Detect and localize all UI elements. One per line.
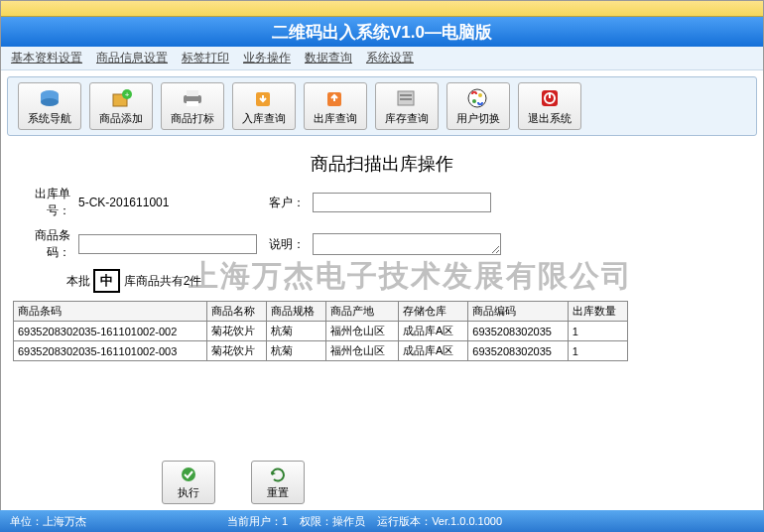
status-perm: 操作员 xyxy=(332,515,365,527)
svg-rect-12 xyxy=(400,94,412,96)
menu-query[interactable]: 数据查询 xyxy=(305,50,352,66)
add-button[interactable]: +商品添加 xyxy=(89,82,153,130)
svg-point-20 xyxy=(182,467,195,481)
menu-product[interactable]: 商品信息设置 xyxy=(96,50,168,66)
order-value: 5-CK-201611001 xyxy=(78,196,257,209)
customer-input[interactable] xyxy=(313,193,491,212)
status-user: 1 xyxy=(282,515,288,527)
desc-label: 说明： xyxy=(265,236,305,253)
order-label: 出库单号： xyxy=(13,186,70,219)
in-icon xyxy=(251,87,277,109)
data-table: 商品条码 商品名称 商品规格 商品产地 存储仓库 商品编码 出库数量 69352… xyxy=(13,301,628,361)
print-button[interactable]: 商品打标 xyxy=(161,82,224,130)
in-query-button[interactable]: 入库查询 xyxy=(232,82,296,130)
execute-icon xyxy=(179,466,198,483)
action-row: 执行 重置 xyxy=(13,461,751,504)
out-query-button[interactable]: 出库查询 xyxy=(304,82,367,130)
print-icon xyxy=(180,87,205,109)
svg-text:+: + xyxy=(125,90,130,99)
summary-line: 本批 中 库商品共有2件 xyxy=(66,269,751,293)
table-row[interactable]: 6935208302035-161101002-003菊花饮片杭菊福州仓山区成品… xyxy=(14,341,628,361)
menu-label[interactable]: 标签打印 xyxy=(182,50,229,66)
nav-button[interactable]: 系统导航 xyxy=(18,82,81,130)
menu-basic[interactable]: 基本资料设置 xyxy=(11,50,82,66)
stock-query-button[interactable]: 库存查询 xyxy=(375,82,439,130)
svg-point-16 xyxy=(478,93,482,97)
stock-icon xyxy=(394,87,420,109)
barcode-input[interactable] xyxy=(78,234,257,254)
status-bar: 单位：上海万杰 当前用户：1 权限：操作员 运行版本：Ver.1.0.0.100… xyxy=(0,510,764,532)
svg-rect-13 xyxy=(400,98,412,100)
table-row[interactable]: 6935208302035-161101002-002菊花饮片杭菊福州仓山区成品… xyxy=(14,322,628,341)
user-switch-button[interactable]: 用户切换 xyxy=(446,82,510,130)
desc-input[interactable] xyxy=(313,233,501,255)
row-order: 出库单号： 5-CK-201611001 客户： xyxy=(13,186,751,219)
exit-button[interactable]: 退出系统 xyxy=(518,82,581,130)
menu-system[interactable]: 系统设置 xyxy=(366,50,414,66)
menu-business[interactable]: 业务操作 xyxy=(243,50,291,66)
content-area: 商品扫描出库操作 出库单号： 5-CK-201611001 客户： 商品条码： … xyxy=(1,142,763,508)
window-top-bar xyxy=(1,1,763,17)
out-icon xyxy=(322,87,348,109)
barcode-label: 商品条码： xyxy=(13,227,70,261)
row-barcode: 商品条码： 说明： xyxy=(13,227,751,261)
section-title: 商品扫描出库操作 xyxy=(13,146,751,186)
menu-bar: 基本资料设置 商品信息设置 标签打印 业务操作 数据查询 系统设置 xyxy=(1,47,763,70)
toolbar: 系统导航 +商品添加 商品打标 入库查询 出库查询 库存查询 用户切换 退出系统 xyxy=(7,76,757,136)
table-header: 商品条码 商品名称 商品规格 商品产地 存储仓库 商品编码 出库数量 xyxy=(14,302,628,322)
svg-point-2 xyxy=(41,98,59,106)
reset-button[interactable]: 重置 xyxy=(251,461,305,504)
execute-button[interactable]: 执行 xyxy=(162,461,215,504)
summary-count-box: 中 xyxy=(93,269,120,293)
user-icon xyxy=(465,87,491,109)
status-unit: 上海万杰 xyxy=(43,515,86,527)
svg-rect-8 xyxy=(187,101,198,106)
nav-icon xyxy=(37,87,63,109)
app-title: 二维码出入系统V1.0—电脑版 xyxy=(272,21,492,44)
reset-icon xyxy=(268,466,288,483)
svg-point-15 xyxy=(472,99,476,103)
customer-label: 客户： xyxy=(265,195,305,211)
title-bar: 二维码出入系统V1.0—电脑版 xyxy=(1,17,763,47)
status-ver: Ver.1.0.0.1000 xyxy=(432,515,502,527)
exit-icon xyxy=(537,87,563,109)
svg-point-14 xyxy=(468,89,486,107)
add-icon: + xyxy=(108,87,134,109)
svg-rect-7 xyxy=(187,90,198,96)
